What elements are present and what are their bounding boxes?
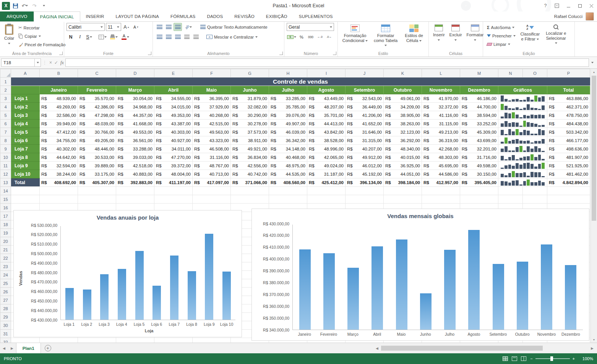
- scroll-down-icon[interactable]: ▼: [591, 336, 597, 343]
- cell[interactable]: [11, 187, 40, 195]
- fill-button[interactable]: Preencher: [485, 32, 517, 40]
- value-cell[interactable]: R$481.462,00: [547, 170, 590, 178]
- save-button[interactable]: [11, 2, 19, 10]
- value-cell[interactable]: R$408.692,00: [40, 178, 78, 187]
- autosum-button[interactable]: ΣAutoSoma: [485, 23, 517, 31]
- accounting-format-button[interactable]: $: [287, 33, 297, 41]
- row-header-8[interactable]: 8: [0, 136, 11, 145]
- value-cell[interactable]: R$43.449,00: [307, 94, 346, 103]
- value-cell[interactable]: R$48.975,00: [269, 162, 307, 170]
- cell[interactable]: [547, 187, 590, 195]
- value-cell[interactable]: R$34.755,00: [40, 136, 78, 145]
- value-cell[interactable]: R$44.642,00: [40, 153, 78, 162]
- value-cell[interactable]: R$31.115,00: [422, 120, 460, 128]
- value-cell[interactable]: R$35.701,00: [307, 111, 346, 120]
- value-cell[interactable]: R$36.449,00: [346, 103, 384, 111]
- merge-center-button[interactable]: aMesclar e Centralizar: [205, 33, 259, 41]
- tab-revisao[interactable]: REVISÃO: [229, 11, 260, 21]
- align-middle-button[interactable]: [164, 23, 173, 31]
- row-header-7[interactable]: 7: [0, 128, 11, 136]
- cancel-entry-button[interactable]: ×: [49, 60, 52, 65]
- increase-font-button[interactable]: A▲: [122, 23, 131, 31]
- cell[interactable]: [307, 187, 346, 195]
- sparkline-cell[interactable]: [498, 178, 547, 187]
- value-cell[interactable]: R$32.543,00: [346, 94, 384, 103]
- value-cell[interactable]: R$30.278,00: [231, 120, 269, 128]
- column-header-A[interactable]: A: [11, 69, 40, 78]
- value-cell[interactable]: R$45.309,00: [460, 128, 498, 136]
- value-cell[interactable]: R$49.907,00: [269, 120, 307, 128]
- cell[interactable]: [523, 187, 547, 195]
- cell[interactable]: [346, 195, 384, 204]
- row-header-20[interactable]: 20: [0, 237, 11, 246]
- scroll-up-icon[interactable]: ▲: [591, 69, 597, 75]
- font-dialog-launcher[interactable]: [148, 52, 151, 55]
- store-label-cell[interactable]: Loja 4: [11, 120, 40, 128]
- paste-button[interactable]: Colar: [2, 23, 16, 46]
- value-cell[interactable]: R$40.927,00: [154, 136, 193, 145]
- undo-button[interactable]: ↶: [21, 2, 29, 10]
- value-cell[interactable]: R$40.302,00: [40, 145, 78, 153]
- row-header-22[interactable]: 22: [0, 254, 11, 262]
- value-cell[interactable]: R$49.205,00: [78, 136, 116, 145]
- store-label-cell[interactable]: Loja 9: [11, 162, 40, 170]
- value-cell[interactable]: R$4.842.894,00: [547, 178, 590, 187]
- row-header-23[interactable]: 23: [0, 262, 11, 271]
- zoom-out-button[interactable]: −: [530, 356, 532, 361]
- value-cell[interactable]: R$34.011,00: [154, 145, 193, 153]
- value-cell[interactable]: R$48.004,00: [154, 170, 193, 178]
- cell[interactable]: [40, 195, 78, 204]
- value-cell[interactable]: R$47.412,00: [40, 128, 78, 136]
- value-cell[interactable]: R$45.192,00: [346, 170, 384, 178]
- number-format-select[interactable]: Geral: [287, 23, 334, 31]
- value-cell[interactable]: R$47.270,00: [154, 153, 193, 162]
- value-cell[interactable]: R$31.116,00: [193, 153, 231, 162]
- value-cell[interactable]: R$463.886,00: [547, 94, 590, 103]
- cell[interactable]: [498, 195, 523, 204]
- value-cell[interactable]: R$43.842,00: [307, 128, 346, 136]
- month-header-cell[interactable]: Outubro: [384, 86, 422, 94]
- value-cell[interactable]: R$36.292,00: [384, 136, 422, 145]
- column-header-I[interactable]: I: [307, 69, 346, 78]
- page-layout-view-button[interactable]: [512, 356, 517, 361]
- comma-style-button[interactable]: 000: [307, 33, 315, 41]
- vertical-scroll-thumb[interactable]: [592, 76, 596, 221]
- value-cell[interactable]: R$42.386,00: [78, 103, 116, 111]
- month-header-cell[interactable]: Abril: [154, 86, 193, 94]
- cell[interactable]: [193, 187, 231, 195]
- value-cell[interactable]: R$40.468,00: [269, 153, 307, 162]
- row-header-25[interactable]: 25: [0, 279, 11, 288]
- horizontal-scroll-thumb[interactable]: [381, 346, 543, 351]
- value-cell[interactable]: R$33.285,00: [269, 94, 307, 103]
- tab-formulas[interactable]: FÓRMULAS: [165, 11, 201, 21]
- cell[interactable]: [154, 195, 193, 204]
- format-cells-button[interactable]: Formatar: [465, 23, 486, 43]
- cell[interactable]: [193, 195, 231, 204]
- decrease-indent-button[interactable]: [183, 33, 191, 41]
- value-cell[interactable]: R$44.051,00: [384, 170, 422, 178]
- value-cell[interactable]: R$42.065,00: [307, 153, 346, 162]
- value-cell[interactable]: R$36.834,00: [231, 153, 269, 162]
- value-cell[interactable]: R$32.586,00: [40, 111, 78, 120]
- row-header-12[interactable]: 12: [0, 170, 11, 178]
- sort-filter-button[interactable]: AZ Classificar e Filtrar: [518, 23, 542, 42]
- column-header-M[interactable]: M: [460, 69, 498, 78]
- row-header-6[interactable]: 6: [0, 120, 11, 128]
- cell[interactable]: [547, 195, 590, 204]
- value-cell[interactable]: R$48.340,00: [384, 145, 422, 153]
- value-cell[interactable]: R$49.553,00: [116, 128, 154, 136]
- wrap-text-button[interactable]: Quebrar Texto Automaticamente: [199, 23, 269, 31]
- value-cell[interactable]: R$34.148,00: [269, 145, 307, 153]
- store-label-cell[interactable]: Loja 8: [11, 153, 40, 162]
- align-center-button[interactable]: [164, 33, 173, 41]
- value-cell[interactable]: R$39.372,00: [154, 162, 193, 170]
- fill-color-button[interactable]: [109, 33, 119, 41]
- value-cell[interactable]: R$417.097,00: [193, 178, 231, 187]
- value-cell[interactable]: R$34.968,00: [116, 103, 154, 111]
- column-header-G[interactable]: G: [231, 69, 269, 78]
- cell[interactable]: [269, 195, 307, 204]
- value-cell[interactable]: R$37.929,00: [193, 103, 231, 111]
- percent-style-button[interactable]: %: [297, 33, 306, 41]
- value-cell[interactable]: R$44.357,00: [116, 111, 154, 120]
- total-header-cell[interactable]: Total: [547, 86, 590, 94]
